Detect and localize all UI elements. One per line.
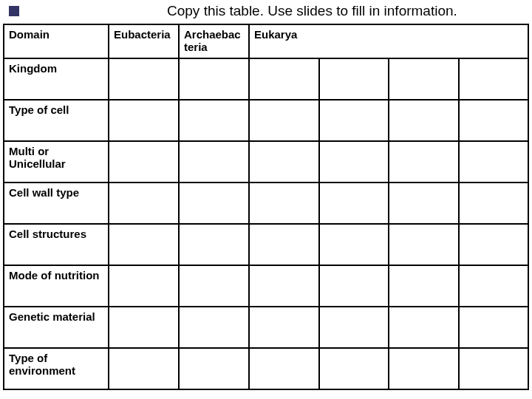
cell-empty xyxy=(249,348,319,389)
row-genetic-material: Genetic material xyxy=(4,307,109,348)
cell-empty xyxy=(319,183,389,224)
cell-empty xyxy=(179,224,249,265)
classification-table: Domain Eubacteria Archaebac teria Eukary… xyxy=(3,24,529,390)
cell-empty xyxy=(459,224,529,265)
cell-empty xyxy=(179,141,249,183)
cell-empty xyxy=(109,307,179,348)
row-type-of-cell: Type of cell xyxy=(4,100,109,141)
cell-empty xyxy=(319,224,389,265)
table-row: Kingdom xyxy=(4,58,528,100)
cell-empty xyxy=(179,100,249,141)
row-type-env: Type of environment xyxy=(4,348,109,389)
cell-empty xyxy=(109,348,179,389)
cell-empty xyxy=(109,58,179,100)
cell-empty xyxy=(179,348,249,389)
cell-empty xyxy=(109,100,179,141)
cell-empty xyxy=(109,183,179,224)
cell-empty xyxy=(249,141,319,183)
cell-empty xyxy=(249,265,319,307)
cell-empty xyxy=(389,183,459,224)
table-row: Type of cell xyxy=(4,100,528,141)
cell-empty xyxy=(319,141,389,183)
cell-empty xyxy=(319,58,389,100)
row-cell-wall: Cell wall type xyxy=(4,183,109,224)
row-cell-structures: Cell structures xyxy=(4,224,109,265)
cell-empty xyxy=(389,307,459,348)
cell-empty xyxy=(389,58,459,100)
cell-empty xyxy=(179,183,249,224)
cell-empty xyxy=(319,348,389,389)
table-row: Genetic material xyxy=(4,307,528,348)
table-row: Type of environment xyxy=(4,348,528,389)
header-archaebacteria: Archaebac teria xyxy=(179,24,249,58)
row-mode-nutrition: Mode of nutrition xyxy=(4,265,109,307)
cell-empty xyxy=(179,58,249,100)
row-multi-uni: Multi or Unicellular xyxy=(4,141,109,183)
cell-empty xyxy=(249,183,319,224)
title-row: Copy this table. Use slides to fill in i… xyxy=(0,0,532,24)
cell-empty xyxy=(109,265,179,307)
cell-empty xyxy=(459,100,529,141)
cell-empty xyxy=(249,224,319,265)
cell-empty xyxy=(389,100,459,141)
table-header-row: Domain Eubacteria Archaebac teria Eukary… xyxy=(4,24,528,58)
cell-empty xyxy=(459,307,529,348)
slide-title: Copy this table. Use slides to fill in i… xyxy=(167,3,457,19)
cell-empty xyxy=(459,58,529,100)
table-row: Cell wall type xyxy=(4,183,528,224)
cell-empty xyxy=(389,224,459,265)
row-kingdom: Kingdom xyxy=(4,58,109,100)
cell-empty xyxy=(179,265,249,307)
header-eukarya: Eukarya xyxy=(249,24,528,58)
header-eubacteria: Eubacteria xyxy=(109,24,179,58)
cell-empty xyxy=(459,265,529,307)
cell-empty xyxy=(459,348,529,389)
table-row: Cell structures xyxy=(4,224,528,265)
bullet-icon xyxy=(9,6,19,16)
cell-empty xyxy=(459,141,529,183)
cell-empty xyxy=(109,224,179,265)
cell-empty xyxy=(109,141,179,183)
cell-empty xyxy=(319,307,389,348)
table-row: Multi or Unicellular xyxy=(4,141,528,183)
cell-empty xyxy=(319,100,389,141)
cell-empty xyxy=(179,307,249,348)
header-domain: Domain xyxy=(4,24,109,58)
cell-empty xyxy=(249,307,319,348)
cell-empty xyxy=(389,141,459,183)
cell-empty xyxy=(319,265,389,307)
table-row: Mode of nutrition xyxy=(4,265,528,307)
cell-empty xyxy=(389,348,459,389)
cell-empty xyxy=(249,100,319,141)
cell-empty xyxy=(389,265,459,307)
cell-empty xyxy=(459,183,529,224)
cell-empty xyxy=(249,58,319,100)
